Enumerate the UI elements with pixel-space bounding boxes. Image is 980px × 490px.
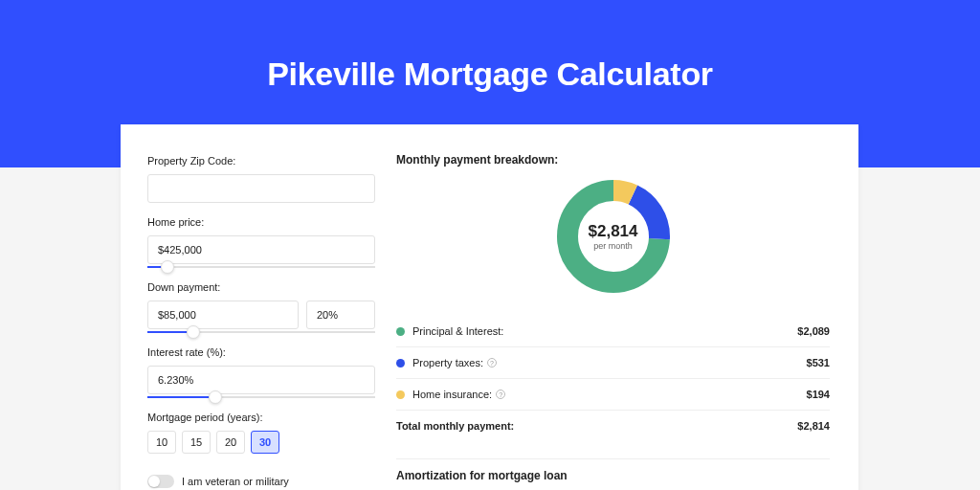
form-column: Property Zip Code: Home price: Down paym… [147,149,375,490]
total-row: Total monthly payment: $2,814 [396,410,830,441]
donut-chart: $2,814 per month [396,174,830,299]
period-group: 10152030 [147,431,375,454]
period-btn-20[interactable]: 20 [216,431,245,454]
interest-slider[interactable] [147,394,375,398]
down-payment-slider[interactable] [147,329,375,333]
help-icon[interactable]: ? [487,358,497,368]
period-btn-15[interactable]: 15 [182,431,211,454]
breakdown-title: Monthly payment breakdown: [396,153,830,167]
legend-row-green: Principal & Interest:$2,089 [396,316,830,346]
legend-value: $531 [807,357,830,368]
down-payment-label: Down payment: [147,281,375,293]
total-value: $2,814 [797,420,830,432]
zip-label: Property Zip Code: [147,155,375,167]
zip-input[interactable] [147,174,375,203]
page-title: Pikeville Mortgage Calculator [0,0,980,93]
interest-input[interactable] [147,366,375,394]
home-price-input[interactable] [147,235,375,264]
amortization-title: Amortization for mortgage loan [396,469,830,482]
period-btn-30[interactable]: 30 [251,431,279,454]
interest-label: Interest rate (%): [147,346,375,358]
period-btn-10[interactable]: 10 [147,431,176,454]
donut-center: $2,814 per month [589,222,638,251]
period-label: Mortgage period (years): [147,412,375,423]
legend-label: Home insurance:? [412,389,807,400]
green-dot-icon [396,327,405,336]
total-label: Total monthly payment: [396,420,797,432]
help-icon[interactable]: ? [496,390,505,399]
veteran-label: I am veteran or military [182,476,289,487]
legend: Principal & Interest:$2,089Property taxe… [396,316,830,410]
calculator-card: Property Zip Code: Home price: Down paym… [121,124,858,490]
legend-value: $194 [807,389,830,400]
donut-sub: per month [589,241,638,251]
down-payment-input[interactable] [147,301,299,329]
home-price-slider[interactable] [147,264,375,268]
legend-row-yellow: Home insurance:?$194 [396,378,830,410]
results-column: Monthly payment breakdown: $2,814 per mo… [396,149,830,490]
amortization-section: Amortization for mortgage loan Amortizat… [396,458,830,490]
blue-dot-icon [396,359,405,368]
veteran-toggle[interactable] [147,475,174,488]
legend-label: Principal & Interest: [412,325,797,337]
donut-amount: $2,814 [589,222,638,241]
legend-row-blue: Property taxes:?$531 [396,346,830,378]
yellow-dot-icon [396,390,405,399]
legend-label: Property taxes:? [412,357,807,368]
home-price-label: Home price: [147,216,375,228]
down-payment-pct-input[interactable] [306,301,375,329]
legend-value: $2,089 [797,325,830,337]
